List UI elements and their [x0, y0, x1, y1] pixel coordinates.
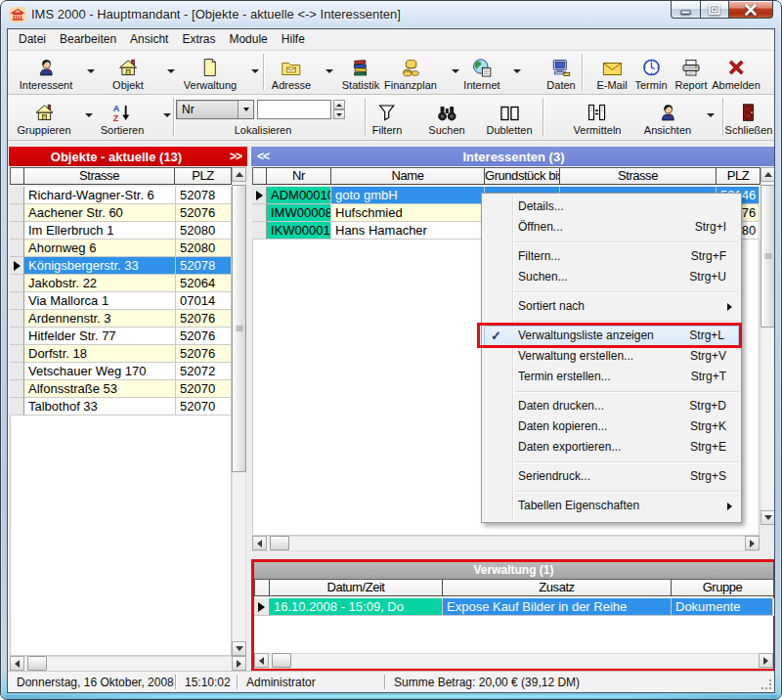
scrollbar-thumb[interactable] — [232, 185, 246, 472]
menu-hilfe[interactable]: Hilfe — [275, 29, 312, 50]
objekte-row[interactable]: Alfonsstraße 5352070 — [10, 380, 232, 398]
toolbar-button-interessent[interactable]: Interessent — [20, 54, 72, 91]
objekte-vertical-scrollbar[interactable] — [232, 167, 246, 656]
verwaltung-horizontal-scrollbar[interactable] — [254, 653, 773, 669]
scrollbar-thumb[interactable] — [272, 653, 291, 668]
scrollbar-thumb[interactable] — [270, 536, 289, 550]
toolbar-button-gruppieren[interactable]: Gruppieren — [17, 99, 70, 136]
dropdown-arrow-icon[interactable] — [85, 113, 93, 117]
context-menu-item-sortiert-nach[interactable]: Sortiert nach — [482, 296, 741, 317]
column-header-zusatz[interactable]: Zusatz — [443, 580, 672, 595]
toolbar-button-sortieren[interactable]: AZSortieren — [101, 99, 145, 136]
dropdown-arrow-icon[interactable] — [452, 69, 459, 73]
menu-bearbeiten[interactable]: Bearbeiten — [53, 29, 123, 50]
column-header-datum-zeit[interactable]: Datum/Zeit — [270, 580, 443, 595]
toolbar-button-daten[interactable]: Daten — [546, 54, 575, 91]
menu-ansicht[interactable]: Ansicht — [123, 29, 175, 50]
objekte-row[interactable]: Aachener Str. 6052076 — [10, 204, 232, 222]
objekte-row[interactable]: Jakobstr. 2252064 — [10, 275, 232, 292]
context-menu-item-filtern[interactable]: Filtern...Strg+F — [482, 246, 741, 267]
scroll-up-button[interactable] — [760, 167, 774, 182]
spinner-down-button[interactable] — [333, 109, 345, 119]
context-menu-item-verwaltungsliste-anzeigen[interactable]: ✓Verwaltungsliste anzeigenStrg+L — [484, 326, 739, 346]
field-select-combobox[interactable]: Nr — [176, 100, 254, 119]
toolbar-button-termin[interactable]: Termin — [634, 54, 667, 91]
toolbar-button-report[interactable]: Report — [674, 54, 707, 91]
context-menu-item-seriendruck[interactable]: Seriendruck...Strg+S — [482, 466, 741, 487]
toolbar-button-filtern[interactable]: Filtern — [372, 99, 403, 136]
scroll-left-button[interactable] — [252, 536, 267, 550]
dropdown-arrow-icon[interactable] — [163, 113, 171, 117]
scroll-right-button[interactable] — [759, 653, 773, 668]
column-header-nr[interactable]: Nr — [267, 168, 331, 184]
context-menu-item-daten-kopieren[interactable]: Daten kopieren...Strg+K — [482, 416, 741, 437]
close-button[interactable] — [729, 1, 773, 19]
objekte-row[interactable]: Königsbergerstr. 3352078 — [10, 257, 232, 275]
dropdown-arrow-icon[interactable] — [513, 69, 521, 73]
context-menu-item-verwaltung-erstellen[interactable]: Verwaltung erstellen...Strg+V — [482, 346, 741, 367]
objekte-row[interactable]: Richard-Wagner-Str. 652078 — [10, 187, 232, 204]
collapse-left-icon[interactable]: << — [251, 150, 275, 163]
scroll-down-button[interactable] — [760, 510, 774, 525]
column-header-gruppe[interactable]: Gruppe — [672, 580, 773, 595]
objekte-row[interactable]: Dorfstr. 1852076 — [10, 345, 232, 363]
column-header-plz[interactable]: PLZ — [175, 168, 231, 184]
lokalisieren-input[interactable] — [257, 100, 331, 119]
interessenten-panel-header[interactable]: << Interessenten (3) << — [251, 147, 774, 166]
scrollbar-thumb[interactable] — [27, 656, 47, 671]
column-header-plz[interactable]: PLZ — [717, 168, 760, 184]
toolbar-button-verwaltung[interactable]: Verwaltung — [184, 54, 237, 91]
verwaltung-row[interactable]: 16.10.2008 - 15:09, DoExpose Kauf Bilder… — [254, 598, 774, 616]
combobox-dropdown-button[interactable] — [238, 101, 253, 118]
column-header-grundstueck-bis[interactable]: Grundstück bis — [485, 168, 560, 184]
dropdown-arrow-icon[interactable] — [167, 69, 175, 73]
context-menu-item-suchen[interactable]: Suchen...Strg+U — [482, 267, 741, 287]
interessenten-vertical-scrollbar[interactable] — [760, 167, 774, 525]
dropdown-arrow-icon[interactable] — [251, 69, 259, 73]
spinner-up-button[interactable] — [333, 100, 345, 109]
objekte-row[interactable]: Ardennenstr. 352076 — [10, 310, 232, 328]
toolbar-button-dubletten[interactable]: Dubletten — [486, 99, 532, 136]
menu-datei[interactable]: Datei — [12, 29, 53, 50]
verwaltung-panel-header[interactable]: Verwaltung (1) — [254, 562, 773, 579]
title-bar[interactable]: IMS 2000 - Hauptmandant - [Objekte - akt… — [1, 1, 781, 28]
objekte-horizontal-scrollbar[interactable] — [10, 656, 246, 671]
scroll-left-button[interactable] — [10, 656, 24, 671]
column-header-strasse[interactable]: Strasse — [560, 168, 717, 184]
context-menu-item-oeffnen[interactable]: Öffnen...Strg+I — [482, 217, 741, 238]
context-menu-item-termin-erstellen[interactable]: Termin erstellen...Strg+T — [482, 367, 741, 387]
objekte-row[interactable]: Via Mallorca 107014 — [10, 292, 232, 310]
context-menu-item-daten-exportieren[interactable]: Daten exportieren...Strg+E — [482, 437, 741, 458]
maximize-button[interactable] — [700, 1, 729, 19]
objekte-row[interactable]: Hitfelder Str. 7752076 — [10, 328, 232, 345]
scroll-up-button[interactable] — [232, 167, 246, 182]
context-menu-item-daten-drucken[interactable]: Daten drucken...Strg+D — [482, 396, 741, 416]
scroll-right-button[interactable] — [745, 536, 760, 550]
toolbar-button-ansichten[interactable]: Ansichten — [644, 99, 691, 136]
collapse-right-icon[interactable]: >> — [224, 150, 247, 163]
toolbar-button-vermitteln[interactable]: Vermitteln — [574, 99, 622, 136]
toolbar-button-schliessen[interactable]: Schließen — [725, 99, 773, 136]
toolbar-button-internet[interactable]: Internet — [463, 54, 500, 91]
resize-grip-icon[interactable] — [760, 678, 772, 690]
interessenten-horizontal-scrollbar[interactable] — [252, 536, 760, 551]
scrollbar-thumb[interactable] — [760, 185, 774, 328]
menu-module[interactable]: Module — [222, 29, 274, 50]
toolbar-button-abmelden[interactable]: Abmelden — [712, 54, 760, 91]
objekte-panel-header[interactable]: Objekte - aktuelle (13) >> — [9, 147, 247, 166]
objekte-row[interactable]: Im Ellerbruch 152080 — [10, 222, 232, 240]
objekte-row[interactable]: Vetschauer Weg 17052072 — [10, 363, 232, 380]
toolbar-button-suchen[interactable]: Suchen — [428, 99, 464, 136]
toolbar-button-email[interactable]: E-Mail — [596, 54, 627, 91]
minimize-button[interactable] — [671, 1, 700, 19]
objekte-row[interactable]: Talbothof 3352070 — [10, 398, 232, 416]
dropdown-arrow-icon[interactable] — [326, 69, 333, 73]
scroll-down-button[interactable] — [232, 641, 246, 656]
scroll-right-button[interactable] — [232, 656, 246, 671]
context-menu-item-tabellen-eigenschaften[interactable]: Tabellen Eigenschaften — [482, 496, 741, 516]
dropdown-arrow-icon[interactable] — [87, 69, 95, 73]
scroll-left-button[interactable] — [254, 653, 269, 668]
menu-extras[interactable]: Extras — [175, 29, 222, 50]
toolbar-button-finanzplan[interactable]: Finanzplan — [384, 54, 437, 91]
context-menu-item-details[interactable]: Details... — [482, 197, 741, 217]
